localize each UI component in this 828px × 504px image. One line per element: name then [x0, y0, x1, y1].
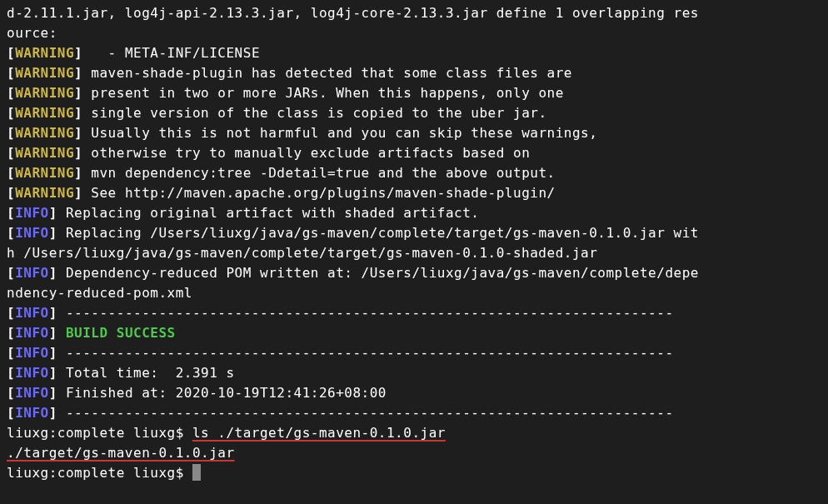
- shell-prompt: liuxg:complete liuxg$: [7, 465, 192, 481]
- command-line: liuxg:complete liuxg$ ls ./target/gs-mav…: [7, 423, 821, 443]
- separator-line: [INFO] ---------------------------------…: [7, 343, 821, 363]
- warning-line: [WARNING] otherwise try to manually excl…: [7, 143, 821, 163]
- terminal-output[interactable]: d-2.11.1.jar, log4j-api-2.13.3.jar, log4…: [7, 3, 821, 483]
- cursor-icon: [192, 464, 201, 481]
- ls-command: ls ./target/gs-maven-0.1.0.jar: [192, 425, 446, 441]
- warning-line: [WARNING] See http://maven.apache.org/pl…: [7, 183, 821, 203]
- warning-line: [WARNING] single version of the class is…: [7, 103, 821, 123]
- warning-line: [WARNING] maven-shade-plugin has detecte…: [7, 63, 821, 83]
- info-line-continuation: h /Users/liuxg/java/gs-maven/complete/ta…: [7, 243, 821, 263]
- warning-line: [WARNING] mvn dependency:tree -Ddetail=t…: [7, 163, 821, 183]
- warning-line: [WARNING] - META-INF/LICENSE: [7, 43, 821, 63]
- info-line: [INFO] Dependency-reduced POM written at…: [7, 263, 821, 283]
- info-line: [INFO] Replacing original artifact with …: [7, 203, 821, 223]
- output-line: ource:: [7, 23, 821, 43]
- info-line-continuation: ndency-reduced-pom.xml: [7, 283, 821, 303]
- shell-prompt: liuxg:complete liuxg$: [7, 425, 192, 441]
- separator-line: [INFO] ---------------------------------…: [7, 303, 821, 323]
- total-time-line: [INFO] Total time: 2.391 s: [7, 363, 821, 383]
- prompt-line[interactable]: liuxg:complete liuxg$: [7, 463, 821, 483]
- build-success-line: [INFO] BUILD SUCCESS: [7, 323, 821, 343]
- command-output: ./target/gs-maven-0.1.0.jar: [7, 443, 821, 463]
- output-line: d-2.11.1.jar, log4j-api-2.13.3.jar, log4…: [7, 3, 821, 23]
- info-line: [INFO] Replacing /Users/liuxg/java/gs-ma…: [7, 223, 821, 243]
- finished-at-line: [INFO] Finished at: 2020-10-19T12:41:26+…: [7, 383, 821, 403]
- separator-line: [INFO] ---------------------------------…: [7, 403, 821, 423]
- warning-line: [WARNING] present in two or more JARs. W…: [7, 83, 821, 103]
- warning-line: [WARNING] Usually this is not harmful an…: [7, 123, 821, 143]
